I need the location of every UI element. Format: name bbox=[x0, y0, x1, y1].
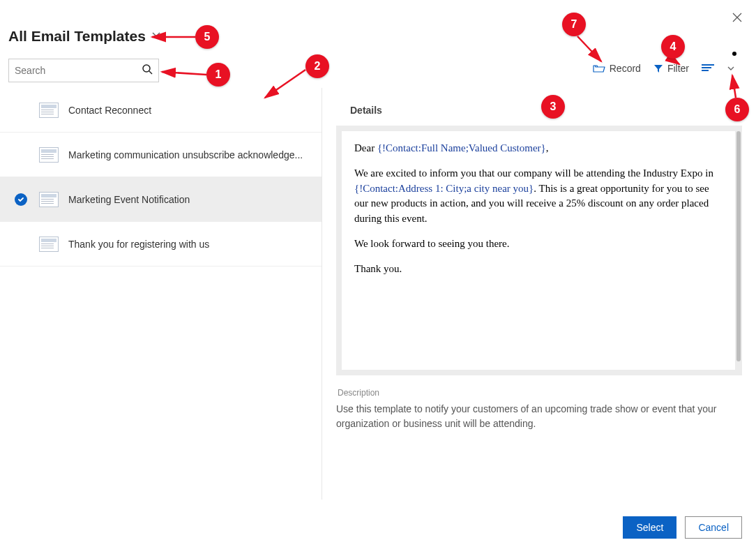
template-thumbnail-icon bbox=[39, 147, 59, 163]
filter-icon bbox=[653, 63, 663, 73]
status-dot bbox=[732, 52, 736, 56]
preview-body: Dear {!Contact:Full Name;Valued Customer… bbox=[342, 131, 735, 370]
list-item-label: Thank you for registering with us bbox=[68, 239, 209, 250]
details-panel: Details Dear {!Contact:Full Name;Valued … bbox=[322, 88, 756, 500]
list-item[interactable]: Thank you for registering with us bbox=[0, 222, 322, 267]
search-icon[interactable] bbox=[142, 63, 153, 77]
filter-button[interactable]: Filter bbox=[653, 63, 689, 74]
record-label: Record bbox=[610, 63, 641, 74]
chevron-down-icon bbox=[151, 30, 161, 43]
details-heading: Details bbox=[336, 88, 742, 126]
folder-open-icon bbox=[593, 63, 605, 73]
scrollbar-thumb[interactable] bbox=[736, 131, 741, 361]
svg-line-6 bbox=[577, 36, 601, 61]
preview-text: Thank you. bbox=[354, 262, 723, 277]
callout-2: 2 bbox=[305, 54, 329, 78]
template-thumbnail-icon bbox=[39, 103, 59, 118]
search-input[interactable] bbox=[15, 65, 142, 76]
toolbar: Record Filter bbox=[593, 63, 735, 74]
preview-text: , bbox=[546, 142, 549, 153]
search-input-wrapper[interactable] bbox=[8, 59, 159, 82]
preview-text: We look forward to seeing you there. bbox=[354, 237, 723, 252]
preview-text: Dear bbox=[354, 142, 377, 153]
template-list: Contact Reconnect Marketing communicatio… bbox=[0, 88, 322, 500]
preview-text: We are excited to inform you that our co… bbox=[354, 167, 713, 179]
template-thumbnail-icon bbox=[39, 237, 59, 252]
cancel-button[interactable]: Cancel bbox=[685, 516, 742, 539]
check-slot bbox=[13, 193, 29, 206]
svg-point-0 bbox=[143, 65, 150, 72]
record-button[interactable]: Record bbox=[593, 63, 641, 74]
page-title: All Email Templates bbox=[8, 28, 146, 45]
list-item[interactable]: Marketing Event Notification bbox=[0, 177, 322, 222]
button-label: Select bbox=[636, 522, 663, 533]
merge-token: {!Contact:Address 1: City;a city near yo… bbox=[354, 183, 534, 194]
sort-button[interactable] bbox=[702, 64, 714, 73]
select-button[interactable]: Select bbox=[623, 516, 676, 539]
list-item-label: Contact Reconnect bbox=[68, 105, 151, 116]
description-text: Use this template to notify your custome… bbox=[336, 402, 742, 431]
callout-3: 3 bbox=[541, 95, 565, 119]
selected-check-icon bbox=[15, 193, 27, 206]
filter-label: Filter bbox=[667, 63, 689, 74]
callout-6: 6 bbox=[725, 98, 749, 121]
preview-frame: Dear {!Contact:Full Name;Valued Customer… bbox=[336, 126, 742, 375]
callout-4: 4 bbox=[661, 35, 685, 59]
chevron-down-icon bbox=[727, 64, 735, 73]
list-item[interactable]: Marketing communication unsubscribe ackn… bbox=[0, 133, 322, 177]
list-item-label: Marketing Event Notification bbox=[68, 194, 190, 205]
button-label: Cancel bbox=[698, 522, 729, 533]
callout-5: 5 bbox=[195, 25, 219, 49]
callout-7: 7 bbox=[562, 13, 586, 36]
description-label: Description bbox=[338, 388, 742, 398]
svg-line-1 bbox=[162, 72, 206, 75]
merge-token: {!Contact:Full Name;Valued Customer} bbox=[377, 142, 546, 153]
template-thumbnail-icon bbox=[39, 192, 59, 207]
view-selector[interactable]: All Email Templates bbox=[8, 28, 161, 45]
list-item-label: Marketing communication unsubscribe ackn… bbox=[68, 149, 303, 160]
toolbar-expand-button[interactable] bbox=[727, 64, 735, 73]
close-button[interactable] bbox=[732, 13, 742, 25]
callout-1: 1 bbox=[206, 63, 230, 87]
list-item[interactable]: Contact Reconnect bbox=[0, 88, 322, 133]
sort-lines-icon bbox=[702, 64, 714, 73]
dialog-footer: Select Cancel bbox=[623, 516, 742, 539]
